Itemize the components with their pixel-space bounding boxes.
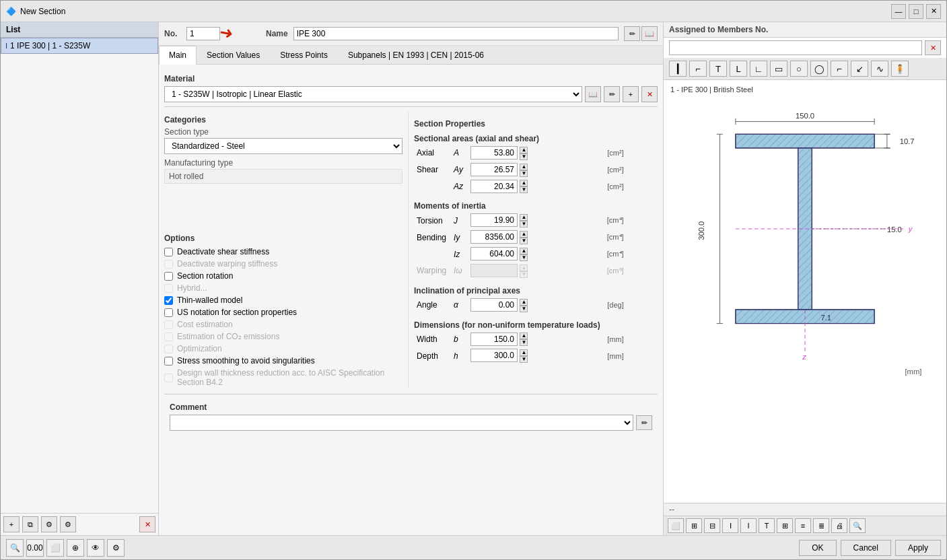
copy-section-button[interactable]: ⧉ — [22, 516, 38, 532]
assigned-clear-button[interactable]: ✕ — [925, 40, 941, 55]
pv-tool7[interactable]: ⊞ — [777, 518, 793, 533]
angle-down[interactable]: ▼ — [520, 306, 528, 312]
preview-tool-T[interactable]: T — [709, 61, 727, 77]
bending-iz-down[interactable]: ▼ — [520, 254, 528, 261]
stress-smoothing-checkbox[interactable] — [164, 357, 173, 365]
tab-stress-points[interactable]: Stress Points — [270, 46, 338, 64]
pv-print[interactable]: 🖨 — [831, 518, 847, 533]
material-add-button[interactable]: + — [623, 86, 639, 102]
tool-search[interactable]: 🔍 — [6, 539, 24, 557]
preview-tool-hollow-rect[interactable]: ▭ — [770, 61, 787, 77]
name-edit-button[interactable]: ✏ — [624, 26, 640, 41]
main-window: 🔷 New Section — □ ✕ List I 1 IPE 300 | 1… — [0, 0, 947, 560]
angle-up[interactable]: ▲ — [520, 299, 528, 306]
maximize-button[interactable]: □ — [909, 4, 923, 19]
pv-search[interactable]: 🔍 — [849, 518, 866, 533]
apply-button[interactable]: Apply — [895, 540, 941, 556]
shear-ay-down[interactable]: ▼ — [520, 170, 528, 177]
pv-zoom-fit[interactable]: ⬜ — [668, 518, 684, 533]
tab-section-values[interactable]: Section Values — [197, 46, 270, 64]
tool-node[interactable]: ⊕ — [67, 539, 84, 557]
torsion-down[interactable]: ▼ — [520, 221, 528, 228]
pv-tool5[interactable]: I — [740, 518, 757, 533]
axial-up[interactable]: ▲ — [520, 147, 528, 153]
tool-select[interactable]: ⬜ — [46, 539, 64, 557]
stress-smoothing-label: Stress smoothing to avoid singularities — [177, 356, 315, 365]
optimization-checkbox[interactable] — [164, 345, 173, 353]
width-input[interactable] — [470, 332, 518, 346]
tool-coordinate[interactable]: 0.00 — [26, 539, 44, 557]
list-item[interactable]: I 1 IPE 300 | 1 - S235W — [1, 38, 158, 54]
preview-tool-angle[interactable]: ∟ — [750, 61, 767, 77]
name-browse-button[interactable]: 📖 — [641, 26, 658, 41]
shear-ay-up[interactable]: ▲ — [520, 164, 528, 170]
shear-az-input[interactable] — [470, 180, 518, 193]
wall-thickness-checkbox[interactable] — [164, 374, 173, 382]
tab-subpanels[interactable]: Subpanels | EN 1993 | CEN | 2015-06 — [338, 46, 494, 64]
material-browse-button[interactable]: 📖 — [585, 86, 601, 102]
shear-az-down[interactable]: ▼ — [520, 186, 528, 193]
tool3-button[interactable]: ⚙ — [41, 516, 57, 532]
deactivate-shear-checkbox[interactable] — [164, 248, 173, 256]
bending-iy-input[interactable] — [470, 230, 518, 244]
bending-iz-input[interactable] — [470, 247, 518, 260]
preview-tool-L[interactable]: L — [730, 61, 747, 77]
preview-tool-person[interactable]: 🧍 — [891, 61, 909, 77]
axial-input[interactable] — [470, 146, 518, 160]
no-input[interactable] — [186, 27, 220, 40]
material-select[interactable]: 1 - S235W | Isotropic | Linear Elastic — [164, 86, 582, 102]
preview-tool-circle[interactable]: ○ — [790, 61, 808, 77]
tool-view[interactable]: 👁 — [87, 539, 104, 557]
pv-tool2[interactable]: ⊞ — [686, 518, 702, 533]
minimize-button[interactable]: — — [891, 4, 906, 19]
comment-select[interactable] — [170, 415, 633, 431]
tool4-button[interactable]: ⚙ — [60, 516, 76, 532]
depth-input[interactable] — [470, 349, 518, 362]
torsion-up[interactable]: ▲ — [520, 214, 528, 221]
bending-iy-down[interactable]: ▼ — [520, 238, 528, 244]
add-section-button[interactable]: + — [3, 516, 20, 532]
preview-tool-U[interactable]: ⌐ — [831, 61, 848, 77]
preview-tool-hollow-circle[interactable]: ◯ — [810, 61, 828, 77]
comment-edit-button[interactable]: ✏ — [636, 415, 652, 430]
width-down[interactable]: ▼ — [520, 339, 528, 346]
ok-button[interactable]: OK — [799, 540, 836, 556]
pv-tool3[interactable]: ⊟ — [704, 518, 720, 533]
width-up[interactable]: ▲ — [520, 332, 528, 339]
pv-tool9[interactable]: ≣ — [813, 518, 829, 533]
pv-tool8[interactable]: ≡ — [795, 518, 811, 533]
pv-tool6[interactable]: T — [759, 518, 775, 533]
cancel-button[interactable]: Cancel — [841, 540, 891, 556]
deactivate-warping-checkbox[interactable] — [164, 260, 173, 269]
preview-tool-arrow[interactable]: ↙ — [851, 61, 868, 77]
tool-settings[interactable]: ⚙ — [107, 539, 125, 557]
preview-tool-rect[interactable]: ┃ — [669, 61, 687, 77]
axial-down[interactable]: ▼ — [520, 153, 528, 160]
tab-main[interactable]: Main — [159, 46, 197, 65]
shear-az-up[interactable]: ▲ — [520, 180, 528, 186]
torsion-symbol: J — [451, 212, 468, 229]
bending-iy-up[interactable]: ▲ — [520, 231, 528, 238]
depth-down[interactable]: ▼ — [520, 356, 528, 363]
material-edit-button[interactable]: ✏ — [604, 86, 620, 102]
material-delete-button[interactable]: ✕ — [641, 86, 658, 102]
assigned-input[interactable] — [669, 40, 922, 55]
torsion-input[interactable] — [470, 213, 518, 227]
name-input[interactable] — [293, 27, 619, 40]
depth-up[interactable]: ▲ — [520, 349, 528, 356]
bending-iz-up[interactable]: ▲ — [520, 248, 528, 254]
us-notation-checkbox[interactable] — [164, 308, 173, 317]
hybrid-checkbox[interactable] — [164, 284, 173, 293]
pv-tool4[interactable]: Ⅰ — [722, 518, 738, 533]
delete-section-button[interactable]: ✕ — [139, 516, 155, 532]
section-rotation-checkbox[interactable] — [164, 272, 173, 281]
preview-tool-channel[interactable]: ⌐ — [689, 61, 707, 77]
preview-tool-wave[interactable]: ∿ — [871, 61, 888, 77]
co2-estimation-checkbox[interactable] — [164, 332, 173, 341]
thin-walled-checkbox[interactable] — [164, 296, 173, 305]
close-button[interactable]: ✕ — [926, 4, 941, 19]
section-type-select[interactable]: Standardized - Steel — [164, 138, 402, 154]
cost-estimation-checkbox[interactable] — [164, 320, 173, 329]
shear-ay-input[interactable] — [470, 163, 518, 176]
angle-input[interactable] — [470, 298, 518, 312]
